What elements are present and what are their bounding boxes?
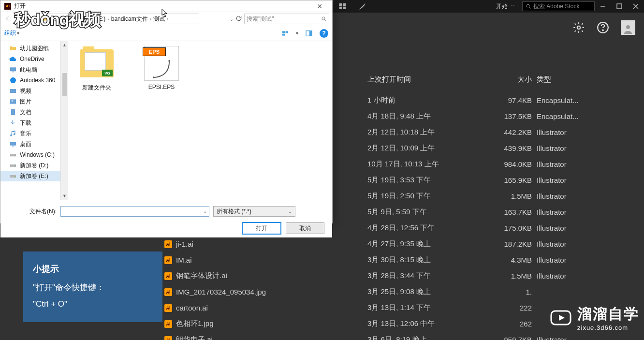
start-label[interactable]: 开始 bbox=[496, 2, 508, 11]
svg-rect-2 bbox=[339, 7, 342, 9]
dialog-search-input[interactable]: 搜索"测试" bbox=[244, 14, 329, 24]
sidebar-item[interactable]: 幼儿园图纸 bbox=[0, 43, 68, 54]
row-opened: 3月 13日, 12:06 中午 bbox=[367, 319, 493, 328]
row-size: 1.5MB bbox=[493, 272, 537, 280]
row-size: 1. bbox=[493, 288, 537, 296]
hint-title: 小提示 bbox=[33, 260, 153, 278]
sidebar-item-label: 幼儿园图纸 bbox=[20, 44, 49, 53]
row-type: Encapsulat... bbox=[537, 96, 638, 104]
sidebar-item[interactable]: 新加卷 (D:) bbox=[0, 160, 68, 171]
row-size: 442.2KB bbox=[493, 128, 537, 136]
open-file-dialog: Ai 打开 × ▾ › 此电脑› 新加卷 (E:)› bandicam文件› 测… bbox=[0, 0, 333, 223]
sidebar-item[interactable]: OneDrive bbox=[0, 54, 68, 64]
list-row[interactable]: Aiji-1.ai4月 27日, 9:35 晚上187.2KBIllustrat… bbox=[164, 236, 639, 252]
svg-rect-25 bbox=[10, 99, 16, 103]
file-item-eps[interactable]: EPS EPSI.EPS bbox=[140, 46, 183, 90]
maximize-button[interactable] bbox=[611, 0, 628, 13]
sidebar-scrollbar[interactable]: ▲ ▼ bbox=[60, 41, 68, 200]
col-size[interactable]: 大小 bbox=[493, 75, 537, 84]
list-row[interactable]: Ai朗华电子.ai3月 6日, 8:19 晚上959.7KBIllustrato… bbox=[164, 332, 639, 340]
sidebar-item-label: 图片 bbox=[20, 98, 31, 106]
svg-point-26 bbox=[12, 100, 13, 102]
row-opened: 3月 30日, 8:15 晚上 bbox=[367, 255, 493, 265]
row-size: 959.7KB bbox=[493, 336, 537, 340]
filetype-value: 所有格式 (*.*) bbox=[217, 207, 251, 216]
sidebar-item-label: 文档 bbox=[20, 108, 31, 117]
row-opened: 4月 27日, 9:35 晚上 bbox=[367, 239, 493, 249]
list-row[interactable]: AiIMG_20170324_095034.jpg3月 25日, 9:08 晚上… bbox=[164, 284, 639, 300]
svg-rect-7 bbox=[617, 4, 622, 9]
gear-icon[interactable] bbox=[572, 21, 585, 34]
row-opened: 5月 19日, 2:50 下午 bbox=[367, 192, 493, 201]
row-opened: 3月 13日, 1:14 下午 bbox=[367, 303, 493, 312]
sidebar-item[interactable]: 新加卷 (E:) bbox=[0, 171, 68, 181]
close-app-button[interactable] bbox=[628, 0, 644, 13]
open-button[interactable]: 打开 bbox=[242, 222, 281, 234]
svg-point-12 bbox=[602, 30, 603, 31]
sidebar-item[interactable]: 视频 bbox=[0, 86, 68, 96]
row-opened: 4月 28日, 12:56 下午 bbox=[367, 223, 493, 233]
row-type: Illustrator bbox=[537, 240, 638, 248]
sidebar-item[interactable]: 此电脑 bbox=[0, 64, 68, 75]
start-chevron-icon[interactable]: ﹀ bbox=[511, 3, 515, 10]
dialog-help-button[interactable]: ? bbox=[320, 29, 328, 38]
svg-point-35 bbox=[15, 176, 15, 177]
svg-line-15 bbox=[325, 20, 326, 21]
svg-point-23 bbox=[10, 77, 16, 83]
row-name: Aiji-1.ai bbox=[164, 240, 367, 248]
svg-rect-24 bbox=[10, 89, 16, 93]
svg-rect-17 bbox=[286, 31, 288, 33]
stock-search-placeholder: 搜索 Adobe Stock bbox=[533, 2, 579, 11]
nav-back-button[interactable] bbox=[3, 15, 12, 23]
scroll-thumb[interactable] bbox=[62, 73, 67, 96]
row-type: Illustrator bbox=[537, 336, 638, 340]
filetype-select[interactable]: 所有格式 (*.*) ⌄ bbox=[213, 206, 295, 217]
row-name: AiIM.ai bbox=[164, 256, 367, 264]
filename-input[interactable]: ⌄ bbox=[60, 206, 209, 217]
svg-point-4 bbox=[527, 4, 529, 7]
sidebar-item-label: 此电脑 bbox=[20, 66, 37, 74]
breadcrumb-item[interactable]: bandicam文件 bbox=[111, 15, 148, 23]
cancel-button[interactable]: 取消 bbox=[286, 222, 324, 234]
row-name: Ai钢笔字体设计.ai bbox=[164, 271, 367, 281]
minimize-button[interactable] bbox=[595, 0, 611, 13]
row-type: Illustrator bbox=[537, 208, 638, 216]
user-avatar[interactable] bbox=[621, 20, 635, 35]
list-row[interactable]: Ai钢笔字体设计.ai3月 28日, 3:44 下午1.5MBIllustrat… bbox=[164, 268, 639, 284]
sidebar-item[interactable]: 图片 bbox=[0, 96, 68, 107]
preview-pane-button[interactable] bbox=[305, 30, 313, 37]
sidebar-item[interactable]: 桌面 bbox=[0, 139, 68, 149]
hint-line: "Ctrl + O" bbox=[33, 296, 153, 312]
help-icon[interactable] bbox=[597, 21, 609, 34]
file-area[interactable]: VG 新建文件夹 EPS EPSI.EPS bbox=[68, 41, 332, 200]
breadcrumb-dropdown[interactable]: ⌄ bbox=[230, 16, 234, 22]
row-opened: 5月 9日, 5:59 下午 bbox=[367, 207, 493, 217]
svg-point-36 bbox=[153, 76, 155, 78]
window-icon bbox=[338, 2, 347, 11]
file-item-folder[interactable]: VG 新建文件夹 bbox=[75, 46, 118, 92]
scroll-up-icon[interactable]: ▲ bbox=[62, 41, 67, 49]
view-mode-button[interactable] bbox=[281, 30, 289, 37]
col-type[interactable]: 类型 bbox=[537, 75, 638, 84]
row-size: 137.5KB bbox=[493, 112, 537, 120]
watermark-logo: 秒dǒng视频 bbox=[15, 9, 101, 31]
svg-point-33 bbox=[15, 165, 15, 166]
sidebar-item[interactable]: 音乐 bbox=[0, 128, 68, 139]
dialog-close-button[interactable]: × bbox=[311, 3, 328, 10]
row-opened: 3月 6日, 8:19 晚上 bbox=[367, 335, 493, 340]
quill-icon bbox=[358, 2, 366, 11]
row-opened: 3月 25日, 9:08 晚上 bbox=[367, 287, 493, 296]
row-type: Illustrator bbox=[537, 128, 638, 136]
scroll-down-icon[interactable]: ▼ bbox=[62, 192, 67, 200]
refresh-button[interactable] bbox=[235, 15, 242, 23]
svg-rect-21 bbox=[10, 67, 16, 71]
stock-search-input[interactable]: 搜索 Adobe Stock bbox=[522, 1, 595, 11]
col-opened[interactable]: 上次打开时间 bbox=[367, 75, 493, 84]
sidebar-item[interactable]: 下载 bbox=[0, 118, 68, 128]
list-row[interactable]: AiIM.ai3月 30日, 8:15 晚上4.3MBIllustrator bbox=[164, 252, 639, 268]
row-type: Illustrator bbox=[537, 272, 638, 280]
row-size: 1.5MB bbox=[493, 192, 537, 200]
sidebar-item[interactable]: Windows (C:) bbox=[0, 149, 68, 160]
sidebar-item[interactable]: Autodesk 360 bbox=[0, 75, 68, 86]
sidebar-item[interactable]: 文档 bbox=[0, 107, 68, 118]
